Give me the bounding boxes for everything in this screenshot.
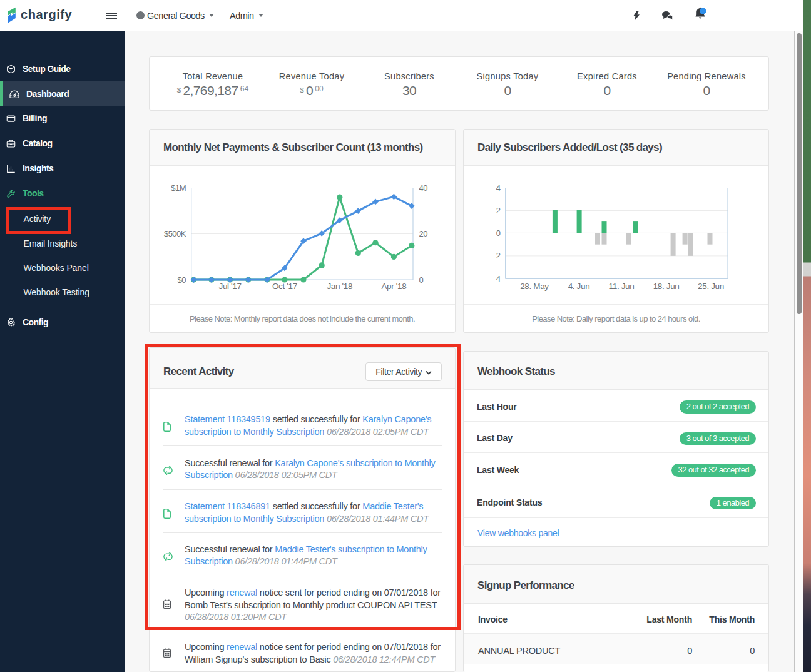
svg-text:Jan '18: Jan '18 [327, 282, 352, 291]
svg-text:$1M: $1M [171, 183, 186, 193]
svg-text:Apr '18: Apr '18 [381, 282, 406, 291]
svg-text:Oct '17: Oct '17 [272, 282, 297, 291]
svg-text:0: 0 [496, 228, 501, 238]
svg-text:4. Jun: 4. Jun [568, 282, 590, 291]
svg-text:11. Jun: 11. Jun [609, 282, 635, 291]
svg-text:0: 0 [419, 275, 424, 285]
svg-text:40: 40 [419, 183, 428, 193]
svg-text:$500K: $500K [164, 229, 186, 238]
svg-text:25. Jun: 25. Jun [698, 282, 724, 291]
svg-text:$0: $0 [178, 275, 186, 285]
svg-text:4: 4 [496, 274, 501, 283]
svg-text:Jul '17: Jul '17 [219, 282, 242, 291]
svg-text:20: 20 [419, 229, 428, 238]
svg-text:2: 2 [496, 251, 501, 260]
svg-text:18. Jun: 18. Jun [653, 282, 680, 291]
svg-text:2: 2 [496, 206, 501, 215]
svg-text:28. May: 28. May [520, 282, 549, 291]
svg-text:4: 4 [496, 183, 501, 193]
